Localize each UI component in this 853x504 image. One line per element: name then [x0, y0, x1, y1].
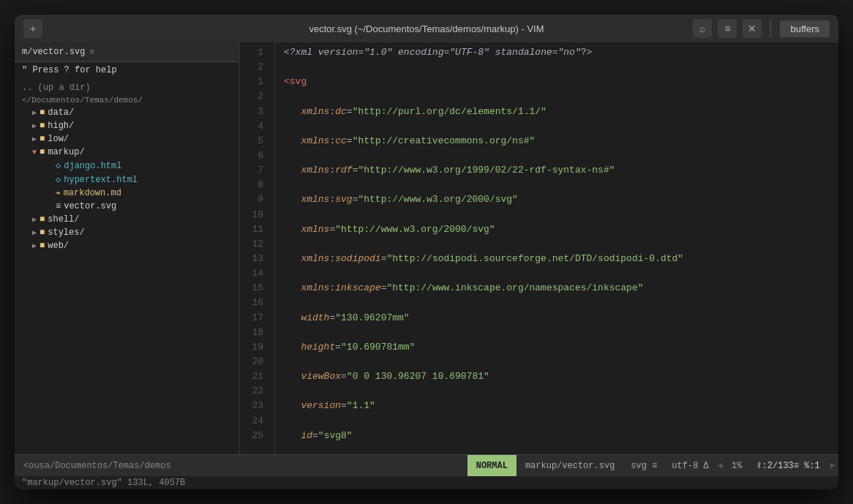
arrow-low: ▶ [32, 135, 37, 143]
tree-folder-web[interactable]: ▶ ■ web/ [15, 239, 239, 252]
titlebar-right: ⌕ ≡ ✕ buffers [693, 19, 830, 38]
file-icon-django [56, 160, 61, 171]
status-mode: NORMAL [467, 455, 516, 476]
folder-icon-low: ■ [40, 134, 45, 144]
file-icon-vector [56, 201, 61, 211]
tree-file-django[interactable]: django.html [15, 159, 239, 173]
tree-file-vector[interactable]: vector.svg [15, 200, 239, 213]
folder-icon-markup: ■ [40, 147, 45, 157]
sidebar-help: " Press ? for help [15, 62, 239, 78]
window-title: vector.svg (~/Documentos/Temas/demos/mar… [309, 23, 544, 34]
buffers-button[interactable]: buffers [780, 20, 830, 37]
arrow-styles: ▶ [32, 228, 37, 237]
status-filetype: svg ≡ [623, 461, 664, 471]
sidebar: m/vector.svg ≡ " Press ? for help .. (up… [15, 42, 240, 454]
status-file: markup/vector.svg [516, 461, 623, 471]
tree-folder-shell[interactable]: ▶ ■ shell/ [15, 213, 239, 226]
main-content: m/vector.svg ≡ " Press ? for help .. (up… [15, 42, 838, 454]
tree-folder-data[interactable]: ▶ ■ data/ [15, 106, 239, 119]
status-position: ℓ:2/133≡ %:1 [749, 461, 827, 471]
folder-label-web: web/ [48, 241, 69, 251]
status-path: <ousa/Documentos/Temas/demos [15, 461, 467, 471]
folder-icon-web: ■ [40, 241, 45, 251]
help-text: " Press ? for help [22, 65, 117, 75]
tab-icon: ≡ [89, 48, 94, 56]
code-area[interactable]: <?xml version="1.0" encoding="UTF-8" sta… [275, 42, 838, 454]
status-percent: 1% [724, 461, 749, 471]
arrow-web: ▶ [32, 241, 37, 250]
main-window: + vector.svg (~/Documentos/Temas/demos/m… [15, 15, 838, 489]
file-label-hypertext: hypertext.html [64, 175, 138, 185]
folder-icon-styles: ■ [40, 227, 45, 238]
folder-icon-high: ■ [40, 121, 45, 131]
file-icon-hypertext [56, 174, 61, 185]
folder-icon-data: ■ [40, 108, 45, 118]
titlebar: + vector.svg (~/Documentos/Temas/demos/m… [15, 15, 838, 42]
sidebar-current-path: </Documentos/Temas/demos/ [15, 94, 239, 106]
new-tab-button[interactable]: + [23, 19, 42, 38]
file-label-markdown: markdown.md [64, 188, 121, 198]
tree-file-hypertext[interactable]: hypertext.html [15, 173, 239, 187]
tree-folder-styles[interactable]: ▶ ■ styles/ [15, 226, 239, 239]
folder-icon-shell: ■ [40, 214, 45, 225]
tree-folder-markup[interactable]: ▼ ■ markup/ [15, 146, 239, 159]
arrow-markup: ▼ [32, 148, 37, 157]
arrow-shell: ▶ [32, 215, 37, 224]
sidebar-tab-label: m/vector.svg [22, 47, 85, 57]
editor[interactable]: 1 2 1 2 3 4 5 6 7 8 9 10 11 12 13 14 15 [240, 42, 838, 454]
folder-label-low: low/ [48, 134, 69, 144]
arrow-high: ▶ [32, 121, 37, 130]
tree-folder-low[interactable]: ▶ ■ low/ [15, 132, 239, 146]
status-encoding: utf-8 Δ [664, 461, 715, 471]
close-button[interactable]: ✕ [743, 19, 762, 38]
tree-folder-high[interactable]: ▶ ■ high/ [15, 119, 239, 132]
file-label-django: django.html [64, 161, 121, 171]
arrow-data: ▶ [32, 108, 37, 117]
sidebar-tree[interactable]: .. (up a dir) </Documentos/Temas/demos/ … [15, 78, 239, 454]
menu-button[interactable]: ≡ [718, 19, 737, 38]
sidebar-tab[interactable]: m/vector.svg ≡ [15, 42, 239, 62]
folder-label-shell: shell/ [48, 214, 79, 225]
folder-label-data: data/ [48, 108, 74, 118]
info-line: "markup/vector.svg" 133L, 4057B [15, 476, 838, 489]
titlebar-controls: + [23, 19, 42, 38]
search-button[interactable]: ⌕ [693, 19, 712, 38]
editor-content[interactable]: 1 2 1 2 3 4 5 6 7 8 9 10 11 12 13 14 15 [240, 42, 838, 454]
file-label-vector: vector.svg [64, 201, 116, 211]
statusbar: <ousa/Documentos/Temas/demos NORMAL mark… [15, 454, 838, 476]
status-right: NORMAL markup/vector.svg svg ≡ utf-8 Δ ◄… [467, 455, 838, 476]
tree-parent-dir[interactable]: .. (up a dir) [15, 81, 239, 94]
line-numbers: 1 2 1 2 3 4 5 6 7 8 9 10 11 12 13 14 15 [240, 42, 269, 454]
file-icon-markdown [56, 188, 61, 198]
tree-file-markdown[interactable]: markdown.md [15, 187, 239, 200]
editor-gutter [269, 42, 275, 454]
folder-label-markup: markup/ [48, 147, 84, 157]
folder-label-styles: styles/ [48, 227, 84, 238]
folder-label-high: high/ [48, 121, 74, 131]
